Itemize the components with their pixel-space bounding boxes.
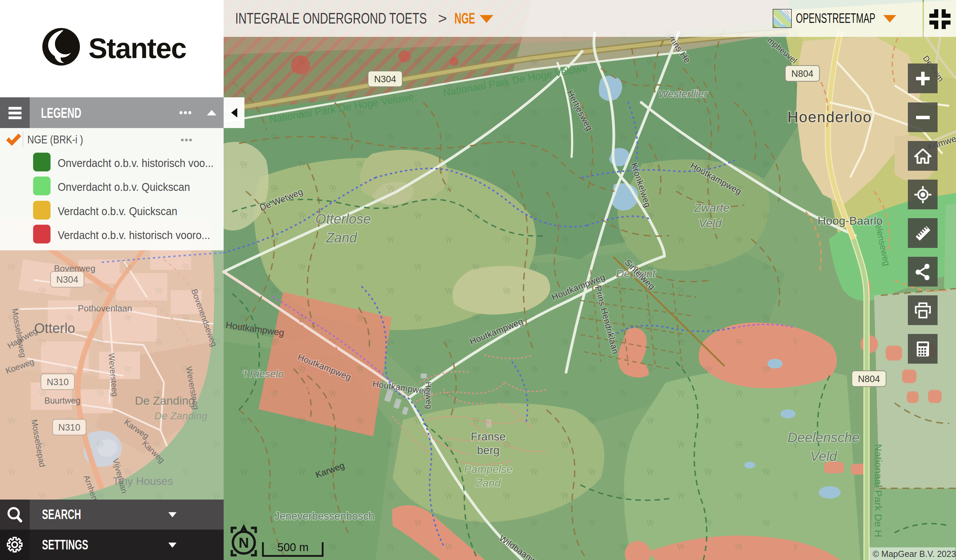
svg-text:500 m: 500 m	[277, 541, 309, 554]
svg-text:Deelensche: Deelensche	[787, 430, 859, 445]
svg-text:Heiweg: Heiweg	[424, 381, 434, 409]
svg-text:N: N	[239, 535, 249, 551]
svg-text:Hoenderloo: Hoenderloo	[787, 109, 872, 125]
svg-text:Nationaal Park De H: Nationaal Park De H	[873, 444, 884, 537]
svg-text:Westerflier: Westerflier	[659, 88, 708, 99]
svg-text:Otterlose: Otterlose	[316, 211, 371, 227]
svg-text:Stantec: Stantec	[88, 33, 186, 64]
svg-text:Veld: Veld	[699, 217, 722, 230]
svg-text:N804: N804	[858, 374, 880, 384]
svg-text:Veld: Veld	[810, 449, 838, 464]
svg-text:N304: N304	[374, 74, 396, 84]
svg-text:Franse: Franse	[471, 430, 506, 443]
svg-text:Zand: Zand	[325, 230, 357, 245]
svg-text:Zand: Zand	[476, 477, 501, 489]
svg-text:Zwarte: Zwarte	[694, 201, 730, 214]
svg-text:Jeneverbessenbosch: Jeneverbessenbosch	[275, 510, 374, 522]
svg-text:'t Rieselo: 't Rieselo	[242, 368, 284, 379]
svg-text:Hoog-Baarlo: Hoog-Baarlo	[818, 214, 883, 227]
svg-text:N804: N804	[791, 69, 814, 79]
svg-text:berg: berg	[477, 444, 500, 456]
svg-text:Pampelse: Pampelse	[464, 463, 513, 475]
